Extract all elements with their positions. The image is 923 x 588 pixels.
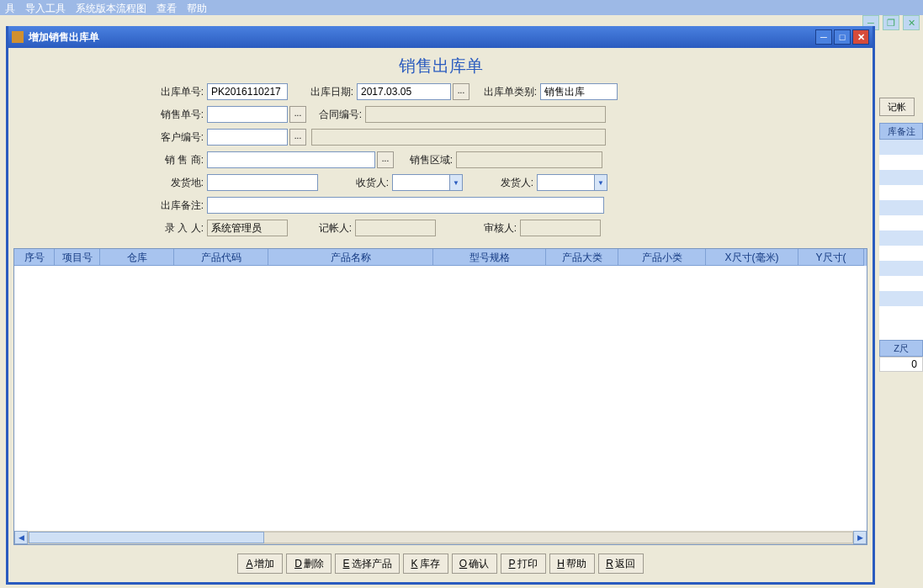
accountant-label: 记帐人:: [305, 221, 352, 236]
footer-button-r[interactable]: R 返回: [598, 554, 644, 574]
remark-label: 出库备注:: [153, 199, 204, 213]
background-panel: 记帐 库备注 Z尺 0: [873, 82, 923, 538]
bg-header-cell: 库备注: [879, 123, 923, 140]
cust-no-lookup-button[interactable]: ...: [289, 129, 306, 146]
out-no-label: 出库单号:: [153, 85, 204, 99]
receiver-label: 收货人:: [342, 176, 389, 190]
menu-item[interactable]: 帮助: [187, 2, 207, 13]
grid-header-cell[interactable]: 产品名称: [268, 249, 433, 266]
grid-header-cell[interactable]: 产品小类: [618, 249, 706, 266]
cust-no-label: 客户编号:: [153, 130, 204, 145]
sale-no-lookup-button[interactable]: ...: [289, 106, 306, 123]
vendor-label: 销 售 商:: [153, 153, 204, 167]
receiver-input[interactable]: [392, 174, 449, 191]
bg-button[interactable]: 记帐: [879, 98, 915, 116]
footer-button-h[interactable]: H 帮助: [549, 554, 595, 574]
grid-header-cell[interactable]: 仓库: [100, 249, 174, 266]
vendor-lookup-button[interactable]: ...: [377, 151, 394, 168]
bg-grid: [879, 140, 923, 369]
product-grid: 序号项目号仓库产品代码产品名称型号规格产品大类产品小类X尺寸(毫米)Y尺寸( ◀…: [13, 248, 867, 545]
grid-header: 序号项目号仓库产品代码产品名称型号规格产品大类产品小类X尺寸(毫米)Y尺寸(: [14, 249, 867, 266]
out-date-field[interactable]: [357, 83, 451, 100]
out-type-label: 出库单类别:: [480, 85, 537, 99]
outer-restore-button[interactable]: ❐: [883, 15, 899, 30]
grid-body[interactable]: [14, 266, 867, 531]
menu-item[interactable]: 具: [5, 2, 15, 13]
contract-field: [365, 106, 606, 123]
grid-header-cell[interactable]: 型号规格: [433, 249, 546, 266]
receiver-combo[interactable]: ▼: [392, 174, 463, 191]
accountant-field: [355, 220, 436, 236]
entry-user-label: 录 入 人:: [153, 221, 204, 236]
scroll-right-button[interactable]: ▶: [853, 531, 867, 544]
doc-title: 销售出库单: [13, 55, 867, 77]
app-icon: [12, 31, 24, 43]
footer-button-k[interactable]: K 库存: [403, 554, 448, 574]
modal-title-text: 增加销售出库单: [29, 30, 99, 45]
grid-header-cell[interactable]: Y尺寸(: [798, 249, 864, 266]
date-picker-button[interactable]: ...: [453, 83, 469, 100]
sales-region-field: [456, 151, 602, 168]
sale-no-label: 销售单号:: [153, 108, 204, 122]
app-menubar: 具 导入工具 系统版本流程图 查看 帮助: [0, 0, 923, 15]
menu-item[interactable]: 系统版本流程图: [76, 2, 146, 13]
chevron-down-icon[interactable]: ▼: [594, 174, 607, 191]
menu-item[interactable]: 查看: [156, 2, 177, 13]
out-type-field[interactable]: [540, 83, 618, 100]
cust-name-field: [311, 129, 606, 146]
sender-combo[interactable]: ▼: [537, 174, 607, 191]
sender-input[interactable]: [537, 174, 594, 191]
close-button[interactable]: ✕: [852, 29, 869, 45]
grid-header-cell[interactable]: 序号: [14, 249, 55, 266]
grid-header-cell[interactable]: X尺寸(毫米): [706, 249, 798, 266]
footer-button-d[interactable]: D 删除: [286, 554, 332, 574]
form-area: 出库单号: 出库日期: ... 出库单类别: 销售单号: ... 合同编号:: [13, 82, 867, 241]
footer-button-a[interactable]: A 增加: [237, 554, 283, 574]
maximize-button[interactable]: □: [834, 29, 851, 45]
scroll-thumb[interactable]: [29, 532, 264, 543]
grid-hscrollbar[interactable]: ◀ ▶: [14, 531, 867, 544]
footer-button-e[interactable]: E 选择产品: [335, 554, 399, 574]
contract-label: 合同编号:: [311, 108, 362, 122]
sales-region-label: 销售区域:: [402, 153, 453, 167]
bg-header-cell-z: Z尺: [879, 340, 923, 357]
cust-no-field[interactable]: [207, 129, 288, 146]
modal-titlebar[interactable]: 增加销售出库单 ─ □ ✕: [8, 26, 873, 48]
sender-label: 发货人:: [486, 176, 533, 190]
bg-cell-zero: 0: [879, 357, 923, 372]
sale-no-field[interactable]: [207, 106, 288, 123]
remark-field[interactable]: [207, 197, 604, 214]
entry-user-field: [207, 220, 288, 236]
out-no-field[interactable]: [207, 83, 288, 100]
chevron-down-icon[interactable]: ▼: [449, 174, 463, 191]
footer-button-p[interactable]: P 打印: [501, 554, 546, 574]
scroll-track[interactable]: [28, 532, 853, 543]
ship-addr-field[interactable]: [207, 174, 318, 191]
minimize-button[interactable]: ─: [815, 29, 832, 45]
grid-header-cell[interactable]: 产品大类: [546, 249, 618, 266]
outer-close-button[interactable]: ✕: [903, 15, 920, 30]
grid-header-cell[interactable]: 项目号: [55, 249, 100, 266]
menu-item[interactable]: 导入工具: [25, 2, 66, 13]
modal-add-outbound: 增加销售出库单 ─ □ ✕ 销售出库单 出库单号: 出库日期: ... 出库单类…: [6, 26, 875, 585]
grid-header-cell[interactable]: 产品代码: [174, 249, 268, 266]
scroll-left-button[interactable]: ◀: [14, 531, 28, 544]
auditor-field: [520, 220, 601, 236]
ship-addr-label: 发货地:: [153, 176, 204, 190]
vendor-field[interactable]: [207, 151, 375, 168]
out-date-label: 出库日期:: [303, 85, 353, 99]
footer-buttons: A 增加D 删除E 选择产品K 库存O 确认P 打印H 帮助R 返回: [13, 545, 867, 577]
footer-button-o[interactable]: O 确认: [452, 554, 497, 574]
auditor-label: 审核人:: [469, 221, 517, 236]
